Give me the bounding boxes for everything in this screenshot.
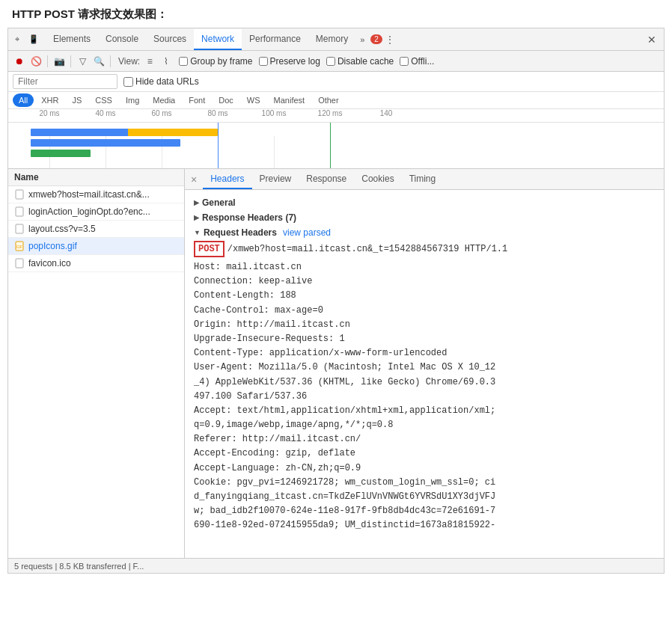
status-text: 5 requests | 8.5 KB transferred | F... [14,562,144,571]
resource-btn-media[interactable]: Media [147,93,181,107]
device-icon[interactable]: 📱 [28,34,40,46]
header-line-9: _4) AppleWebKit/537.36 (KHTML, like Geck… [194,375,655,390]
file-icon-2 [14,206,25,217]
resource-btn-other[interactable]: Other [312,93,345,107]
svg-rect-2 [16,224,23,233]
header-line-19: 690-11e8-92ed-072415955da9; UM_distincti… [194,518,655,533]
header-line-18: w; bad_idb2f10070-624e-11e8-917f-9fb8db4… [194,504,655,518]
tab-sources[interactable]: Sources [146,29,194,50]
resource-btn-css[interactable]: CSS [89,93,118,107]
file-item-5[interactable]: favicon.ico [8,255,184,272]
detail-tab-preview[interactable]: Preview [252,170,299,189]
svg-text:GIF: GIF [16,245,22,249]
general-section-title[interactable]: General [194,197,655,208]
request-path: /xmweb?host=mail.itcast.cn&_t=1542884567… [227,244,507,254]
tab-overflow-btn[interactable]: » [355,35,369,44]
tab-performance[interactable]: Performance [242,29,308,50]
timeline-ruler: 20 ms 40 ms 60 ms 80 ms 100 ms 120 ms 14… [8,109,664,123]
timeline-bar-2 [31,139,180,147]
file-icon-5 [14,258,25,268]
view-label: View: [118,56,140,67]
group-by-frame-group: Group by frame [179,56,252,67]
file-icon-1 [14,189,25,200]
detail-tab-cookies[interactable]: Cookies [354,170,401,189]
header-line-1: Host: mail.itcast.cn [194,260,655,274]
list-view-icon[interactable]: ≡ [143,55,156,68]
search-icon[interactable]: 🔍 [92,55,106,68]
resource-type-bar: All XHR JS CSS Img Media Font Doc WS Man… [8,92,664,109]
post-request-line: POST/xmweb?host=mail.itcast.cn&_t=154288… [194,241,655,257]
filter-bar: Hide data URLs [8,72,664,92]
header-line-10: 497.100 Safari/537.36 [194,390,655,404]
clear-btn[interactable]: 🚫 [29,55,43,68]
left-panel: Name xmweb?host=mail.itcast.cn&... login… [8,169,185,558]
offline-label: Offli... [411,56,434,67]
inspect-icon[interactable]: ⌖ [11,34,23,46]
preserve-log-label: Preserve log [270,56,320,67]
request-headers-title[interactable]: Request Headers [194,227,277,238]
detail-close-btn[interactable]: × [191,174,197,185]
disable-cache-label: Disable cache [337,56,394,67]
resource-btn-all[interactable]: All [13,93,34,107]
filter-input[interactable] [13,74,117,89]
group-by-frame-checkbox[interactable] [179,57,188,66]
file-item-2[interactable]: loginAction_loginOpt.do?enc... [8,203,184,221]
file-icon-3 [14,224,25,234]
toolbar-sep-1 [47,55,48,67]
devtools-window: ⌖ 📱 Elements Console Sources Network Per… [7,28,665,574]
file-item-4[interactable]: GIF popIcons.gif [8,238,184,255]
vl-green-1 [330,123,331,169]
svg-rect-0 [16,190,23,199]
file-name-5: favicon.ico [28,258,71,268]
tab-console[interactable]: Console [98,29,146,50]
header-line-11: Accept: text/html,application/xhtml+xml,… [194,404,655,418]
resource-btn-font[interactable]: Font [183,93,211,107]
status-bar: 5 requests | 8.5 KB transferred | F... [8,558,664,573]
tab-network[interactable]: Network [194,29,242,50]
toolbar-sep-2 [70,55,71,67]
view-parsed-link[interactable]: view parsed [283,227,331,238]
offline-checkbox[interactable] [400,57,409,66]
detail-tab-headers[interactable]: Headers [203,170,251,189]
resource-btn-manifest[interactable]: Manifest [268,93,311,107]
resource-btn-xhr[interactable]: XHR [35,93,64,107]
hide-data-urls-checkbox[interactable] [123,77,133,87]
header-line-16: Cookie: pgv_pvi=1246921728; wm_custom_lo… [194,476,655,490]
filter-icon[interactable]: ▽ [76,55,89,68]
header-line-13: Referer: http://mail.itcast.cn/ [194,432,655,446]
tick-60ms: 60 ms [151,109,171,117]
file-list: xmweb?host=mail.itcast.cn&... loginActio… [8,186,184,558]
detail-tabs: × Headers Preview Response Cookies Timin… [185,169,664,190]
preserve-log-checkbox[interactable] [259,57,268,66]
disable-cache-checkbox[interactable] [326,57,335,66]
response-headers-section-title[interactable]: Response Headers (7) [194,212,655,223]
resource-btn-img[interactable]: Img [120,93,145,107]
detail-tab-timing[interactable]: Timing [402,170,444,189]
camera-btn[interactable]: 📷 [52,55,66,68]
vl-blue-1 [218,123,219,169]
file-item-3[interactable]: layout.css?v=3.5 [8,221,184,238]
record-btn[interactable]: ⏺ [13,55,26,68]
tab-elements[interactable]: Elements [46,29,98,50]
resource-btn-ws[interactable]: WS [241,93,266,107]
header-line-5: Origin: http://mail.itcast.cn [194,318,655,332]
detail-tab-response[interactable]: Response [299,170,354,189]
header-line-4: Cache-Control: max-age=0 [194,304,655,318]
waterfall-view-icon[interactable]: ⌇ [159,55,173,68]
main-content: Name xmweb?host=mail.itcast.cn&... login… [8,169,664,558]
page-title: HTTP POST 请求报文效果图： [0,0,672,28]
devtools-menu-icon[interactable]: ⋮ [382,34,397,45]
resource-btn-js[interactable]: JS [66,93,88,107]
header-line-6: Upgrade-Insecure-Requests: 1 [194,332,655,346]
header-line-2: Connection: keep-alive [194,274,655,289]
file-name-1: xmweb?host=mail.itcast.cn&... [28,189,150,200]
error-badge: 2 [370,34,382,44]
tick-100ms: 100 ms [262,109,287,117]
tick-40ms: 40 ms [95,109,115,117]
resource-btn-doc[interactable]: Doc [213,93,239,107]
timeline-bar-area [8,123,664,169]
file-name-3: layout.css?v=3.5 [28,224,96,234]
devtools-close-btn[interactable]: ✕ [643,34,661,46]
tab-memory[interactable]: Memory [308,29,355,50]
file-item-1[interactable]: xmweb?host=mail.itcast.cn&... [8,186,184,203]
